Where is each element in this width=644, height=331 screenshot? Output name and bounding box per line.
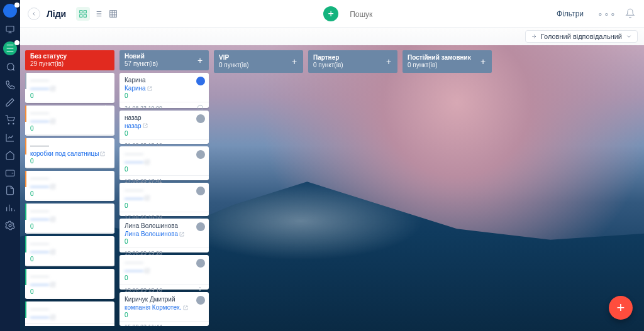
card-link[interactable]: ——— — [30, 183, 55, 190]
card-status-badge — [196, 222, 205, 231]
column-header[interactable]: Партнер0 пункт(ів)+ — [308, 50, 397, 73]
column-regular: Постійний замовник0 пункт(ів)+ — [402, 50, 492, 326]
rail-leads-icon[interactable] — [3, 41, 17, 55]
rail-settings-icon[interactable] — [4, 220, 16, 231]
card-amount: 0 — [30, 125, 109, 132]
card-name: ——— — [30, 305, 109, 312]
rail-file-icon[interactable] — [4, 185, 16, 196]
column-add-icon[interactable]: + — [478, 57, 488, 67]
card-link[interactable]: ——— — [30, 117, 55, 124]
rail-avatar[interactable] — [3, 4, 17, 18]
column-add-icon[interactable]: + — [384, 57, 394, 67]
view-list-icon[interactable] — [91, 7, 105, 21]
column-count: 57 пункт(ів) — [125, 60, 204, 68]
card-name: Киричук Дмитрий — [125, 296, 204, 303]
card-name: ——— — [30, 273, 109, 279]
filters-button[interactable]: Фільтри — [552, 7, 589, 21]
responsible-dropdown[interactable]: Головний відповідальний — [525, 30, 638, 43]
back-button[interactable] — [28, 8, 40, 20]
rail-chart-icon[interactable] — [4, 132, 16, 143]
rail-wallet-icon[interactable] — [4, 167, 16, 178]
card-link[interactable]: ——— — [125, 158, 150, 165]
card-timestamp: 15.08.23 11:44 — [125, 323, 162, 326]
column-count: 0 пункт(ів) — [219, 62, 298, 69]
subbar: Головний відповідальний — [20, 28, 644, 45]
card-name: ——— — [30, 175, 109, 182]
column-title: Постійний замовник — [408, 54, 487, 62]
card-name: ——— — [30, 109, 109, 116]
lead-card[interactable]: —————— 017.08.23 16:59 — [119, 183, 209, 217]
add-button[interactable]: + — [323, 6, 338, 21]
card-link[interactable]: ——— — [30, 215, 55, 222]
lead-card[interactable]: ———коробки под салатницы 023.08.23 10:53 — [25, 138, 114, 168]
rail-cart-icon[interactable] — [4, 114, 16, 126]
lead-card[interactable]: —————— 015.08.23 15:16⋮ — [119, 255, 209, 290]
view-toggle — [76, 7, 120, 21]
card-link[interactable]: ——— — [30, 85, 55, 92]
chevron-down-icon — [626, 33, 632, 40]
lead-card[interactable]: КаринаКарина 024.08.23 19:09 — [119, 73, 209, 107]
svg-point-1 — [8, 123, 9, 124]
card-name: ——— — [30, 142, 109, 149]
card-link[interactable]: ——— — [125, 195, 150, 202]
card-amount: 0 — [125, 202, 204, 209]
column-partner: Партнер0 пункт(ів)+ — [308, 50, 397, 326]
fab-add-button[interactable]: + — [609, 296, 633, 320]
lead-card[interactable]: —————— 025.08.23 15:23⋮ — [25, 73, 114, 103]
card-footer: 15.08.23 11:44 — [119, 321, 209, 326]
svg-rect-9 — [110, 10, 117, 17]
column-add-icon[interactable]: + — [195, 55, 205, 65]
card-link[interactable]: коробки под салатницы — [30, 150, 105, 157]
card-status-badge — [196, 114, 205, 123]
lead-card[interactable]: —————— 017.08.23 17:41 — [119, 146, 209, 180]
lead-card[interactable]: —————— 03.08.23 15:18 — [25, 301, 114, 326]
card-name: назар — [125, 114, 204, 121]
column-header[interactable]: Без статусу29 пункт(ів) — [25, 50, 114, 70]
lead-card[interactable]: —————— 021.08.23 15:50 — [25, 171, 114, 201]
column-header[interactable]: VIP0 пункт(ів)+ — [214, 50, 303, 73]
rail-home-icon[interactable] — [4, 149, 16, 161]
svg-rect-6 — [84, 10, 86, 13]
more-menu-icon[interactable]: ∘∘∘ — [595, 9, 619, 19]
card-amount: 0 — [125, 312, 204, 318]
column-vip: VIP0 пункт(ів)+ — [214, 50, 303, 326]
rail-phone-icon[interactable] — [4, 79, 16, 90]
column-cards: —————— 025.08.23 15:23⋮—————— 024.08.23 … — [25, 73, 114, 326]
lead-card[interactable]: назарназар 021.08.23 15:10 — [119, 111, 209, 144]
rail-chat-icon[interactable] — [4, 62, 16, 73]
rail-monitor-icon[interactable] — [4, 24, 16, 35]
lead-card[interactable]: —————— 017.08.23 14:30 — [25, 236, 114, 266]
card-link[interactable]: ——— — [30, 248, 55, 255]
lead-card[interactable]: —————— 017.08.23 17:40 — [25, 203, 114, 234]
card-link[interactable]: Карина — [125, 85, 152, 92]
view-kanban-icon[interactable] — [76, 7, 90, 21]
card-name: ——— — [125, 187, 204, 193]
card-name: ——— — [125, 259, 204, 266]
card-link[interactable]: компанія Кормотех. — [125, 304, 188, 311]
column-add-icon[interactable]: + — [289, 57, 299, 67]
card-link[interactable]: назар — [125, 122, 148, 129]
lead-card[interactable]: —————— 024.08.23 14:34 — [25, 106, 114, 136]
card-link[interactable]: Лина Волошинова — [125, 231, 184, 237]
card-amount: 0 — [125, 166, 204, 173]
search-input[interactable] — [350, 10, 540, 19]
svg-rect-8 — [84, 14, 86, 17]
page-title: Ліди — [47, 9, 66, 19]
lead-card[interactable]: —————— 018.08.23 17:43 — [25, 269, 114, 299]
card-link[interactable]: ——— — [125, 267, 150, 274]
rail-graph-icon[interactable] — [4, 202, 16, 214]
card-amount: 0 — [125, 130, 204, 137]
card-amount: 0 — [125, 238, 204, 245]
column-header[interactable]: Постійний замовник0 пункт(ів)+ — [402, 50, 492, 73]
lead-card[interactable]: Лина ВолошиноваЛина Волошинова 015.08.23… — [119, 219, 209, 252]
svg-point-4 — [9, 224, 11, 227]
notifications-icon[interactable] — [625, 8, 636, 19]
column-header[interactable]: Новий57 пункт(ів)+ — [119, 50, 209, 70]
card-link[interactable]: ——— — [30, 313, 55, 320]
lead-card[interactable]: Киричук Дмитрийкомпанія Кормотех. 015.08… — [119, 292, 209, 326]
main: Ліди + Фільтри ∘∘∘ Головний відповідальн… — [20, 0, 644, 331]
card-amount: 0 — [125, 274, 204, 281]
card-link[interactable]: ——— — [30, 281, 55, 288]
view-table-icon[interactable] — [106, 7, 120, 21]
rail-edit-icon[interactable] — [4, 97, 16, 108]
